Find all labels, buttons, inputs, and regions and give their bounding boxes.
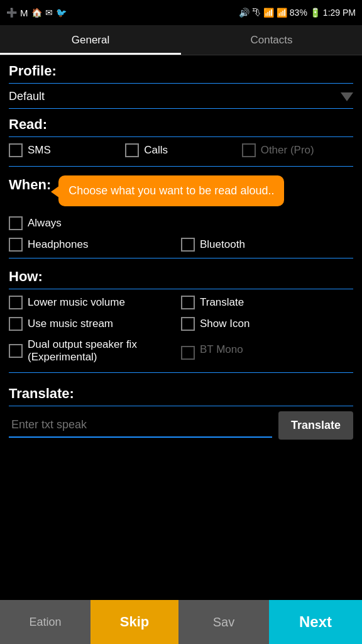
how-translate-label: Translate — [200, 296, 244, 309]
when-bluetooth-label: Bluetooth — [200, 238, 245, 251]
how-lower-translate-row: Lower music volume Translate — [9, 292, 353, 313]
battery-text: 83% — [290, 8, 307, 18]
read-sms-group[interactable]: SMS — [9, 143, 120, 157]
how-stream-icon-row: Use music stream Show Icon — [9, 313, 353, 335]
how-lower-music-group[interactable]: Lower music volume — [9, 296, 181, 309]
translate-section-header: Translate: — [9, 378, 353, 406]
how-dual-btmono-row: Dual output speaker fix (Experimental) B… — [9, 335, 353, 367]
when-tooltip: Choose what you want to be read aloud.. — [58, 175, 284, 206]
how-use-music-stream-group[interactable]: Use music stream — [9, 317, 181, 331]
how-lower-music-label: Lower music volume — [28, 296, 125, 309]
sound-icon: 🔊 — [239, 8, 250, 18]
read-calls-checkbox[interactable] — [125, 143, 139, 157]
how-header: How: — [9, 261, 353, 289]
wifi-icon: 📶 — [263, 8, 274, 18]
home-icon: 🏠 — [31, 8, 42, 18]
skip-button[interactable]: Skip — [90, 600, 178, 644]
translate-button[interactable]: Translate — [278, 411, 353, 440]
how-bt-mono-group: BT Mono — [181, 342, 353, 360]
status-icons-right: 🔊 ⮷ 📶 📶 83% 🔋 1:29 PM — [239, 8, 356, 18]
mail-icon: ✉ — [45, 8, 53, 18]
how-use-music-stream-checkbox[interactable] — [9, 317, 23, 331]
how-bt-mono-checkbox — [181, 346, 195, 360]
how-translate-checkbox[interactable] — [181, 296, 195, 309]
read-header: Read: — [9, 109, 353, 137]
when-always-row: Always — [9, 213, 353, 234]
how-show-icon-checkbox[interactable] — [181, 317, 195, 331]
read-calls-label: Calls — [144, 144, 168, 157]
how-bt-mono-label: BT Mono — [200, 343, 243, 356]
dropdown-arrow-icon — [341, 92, 353, 101]
how-use-music-stream-label: Use music stream — [28, 318, 113, 330]
save-button[interactable]: Sav — [178, 600, 269, 644]
status-icons-left: ➕ M 🏠 ✉ 🐦 — [6, 8, 67, 18]
read-sms-label: SMS — [28, 144, 51, 157]
bluetooth-icon: ⮷ — [252, 8, 261, 18]
main-content: Profile: Default Read: SMS Calls Other (… — [0, 55, 362, 440]
status-bar: ➕ M 🏠 ✉ 🐦 🔊 ⮷ 📶 📶 83% 🔋 1:29 PM — [0, 0, 362, 25]
tooltip-text: Choose what you want to be read aloud.. — [69, 184, 274, 197]
how-dual-output-label: Dual output speaker fix (Experimental) — [28, 338, 181, 364]
signal-icon: 📶 — [277, 8, 287, 18]
when-headphones-bluetooth-row: Headphones Bluetooth — [9, 234, 353, 255]
when-headphones-label: Headphones — [28, 238, 88, 251]
when-headphones-checkbox[interactable] — [9, 238, 23, 252]
how-lower-music-checkbox[interactable] — [9, 296, 23, 309]
how-dual-output-group[interactable]: Dual output speaker fix (Experimental) — [9, 338, 181, 364]
translate-section: Translate: Translate — [9, 378, 353, 440]
battery-icon: 🔋 — [310, 8, 321, 18]
when-always-group[interactable]: Always — [9, 216, 353, 230]
when-headphones-group[interactable]: Headphones — [9, 238, 181, 252]
bottom-bar: E ation Skip Sav Next — [0, 600, 362, 644]
when-row: When: Choose what you want to be read al… — [9, 169, 353, 213]
time: 1:29 PM — [323, 8, 356, 18]
translate-text-input[interactable] — [9, 413, 272, 438]
add-icon: ➕ — [6, 8, 17, 18]
how-rows: Lower music volume Translate Use music s… — [9, 289, 353, 370]
how-show-icon-label: Show Icon — [200, 318, 250, 330]
edit-label: E — [29, 616, 36, 629]
profile-header: Profile: — [9, 55, 353, 84]
edit-suffix: ation — [36, 616, 61, 629]
divider-read-when — [9, 166, 353, 167]
read-calls-group[interactable]: Calls — [125, 143, 236, 157]
read-sms-checkbox[interactable] — [9, 143, 23, 157]
translate-input-row: Translate — [9, 411, 353, 440]
tab-general[interactable]: General — [0, 25, 181, 55]
how-translate-group[interactable]: Translate — [181, 296, 353, 309]
twitter-icon: 🐦 — [56, 8, 67, 18]
when-bluetooth-group[interactable]: Bluetooth — [181, 238, 353, 252]
next-button[interactable]: Next — [269, 600, 362, 644]
read-other-checkbox — [242, 143, 256, 157]
when-always-checkbox[interactable] — [9, 216, 23, 230]
read-options-row: SMS Calls Other (Pro) — [9, 137, 353, 164]
profile-value-text: Default — [9, 90, 45, 103]
skip-label: Skip — [120, 614, 149, 630]
when-bluetooth-checkbox[interactable] — [181, 238, 195, 252]
next-label: Next — [299, 613, 332, 631]
when-header: When: — [9, 175, 51, 193]
divider-when-how — [9, 258, 353, 258]
profile-value-row[interactable]: Default — [9, 84, 353, 109]
read-other-group: Other (Pro) — [242, 143, 353, 157]
tab-contacts[interactable]: Contacts — [181, 25, 362, 55]
edit-button[interactable]: E ation — [0, 600, 90, 644]
when-always-label: Always — [28, 217, 62, 230]
divider-how-translate — [9, 372, 353, 373]
tab-bar: General Contacts — [0, 25, 362, 55]
how-show-icon-group[interactable]: Show Icon — [181, 317, 353, 331]
gmail-icon: M — [20, 8, 28, 18]
save-label: Sav — [213, 615, 234, 630]
how-dual-output-checkbox[interactable] — [9, 344, 23, 358]
read-other-label: Other (Pro) — [261, 144, 314, 157]
